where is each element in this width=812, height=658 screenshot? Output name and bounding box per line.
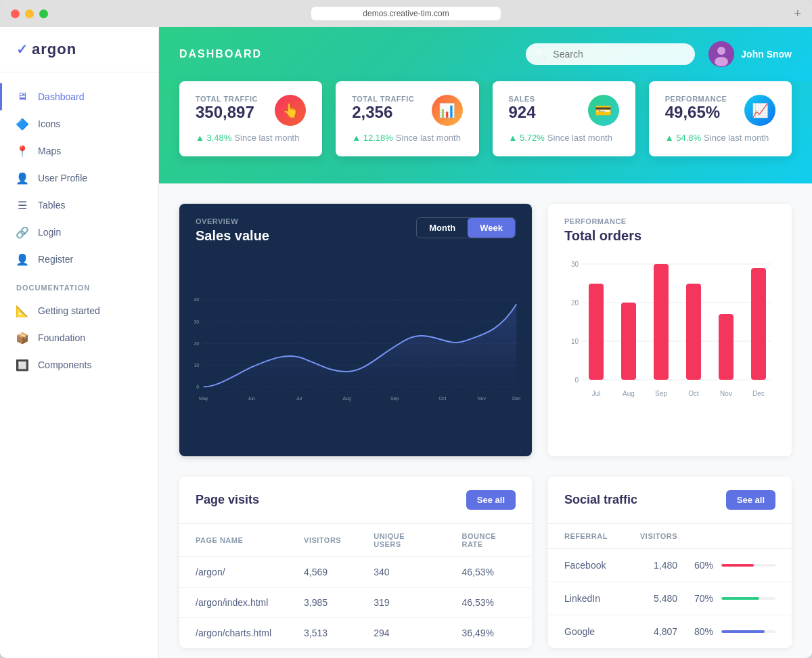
avatar: [708, 41, 734, 67]
tables-icon: ☰: [16, 199, 28, 211]
sidebar-item-user-profile[interactable]: 👤 User Profile: [0, 164, 158, 192]
sidebar-logo: ✓ argon: [0, 27, 158, 72]
maps-icon: 📍: [16, 145, 28, 157]
sidebar-item-maps[interactable]: 📍 Maps: [0, 137, 158, 164]
user-name: John Snow: [741, 49, 792, 60]
stat-header-2: SALES 924 💳: [509, 95, 619, 127]
stat-label-2: SALES: [509, 95, 536, 103]
stat-card-0: TOTAL TRAFFIC 350,897 👆 ▲ 3.48% Since la…: [179, 81, 322, 156]
progress-bar-container-0: [721, 564, 775, 567]
sidebar: ✓ argon 🖥 Dashboard🔷 Icons📍 Maps👤 User P…: [0, 27, 159, 658]
close-dot[interactable]: [11, 9, 20, 18]
svg-rect-29: [589, 284, 604, 380]
sidebar-item-components[interactable]: 🔲 Components: [0, 351, 158, 378]
icons-icon: 🔷: [16, 118, 28, 130]
browser-window: demos.creative-tim.com + ✓ argon 🖥 Dashb…: [0, 0, 812, 658]
svg-point-2: [715, 57, 728, 66]
page-name-2: /argon/charts.html: [179, 618, 288, 649]
stat-change-2: ▲ 5.72% Since last month: [509, 133, 619, 143]
getting-started-icon: 📐: [16, 305, 28, 317]
sidebar-item-register[interactable]: 👤 Register: [0, 246, 158, 273]
search-input[interactable]: [526, 43, 695, 65]
stat-change-0: ▲ 3.48% Since last month: [196, 133, 306, 143]
sales-chart-card: OVERVIEW Sales value Month Week: [179, 204, 532, 456]
svg-text:10: 10: [571, 338, 579, 345]
stat-change-label-3: Since last month: [704, 133, 769, 143]
stat-value-0: 350,897: [196, 103, 258, 122]
social-source-2: Google: [564, 626, 654, 637]
social-pct-0: 60%: [694, 560, 721, 571]
sidebar-item-getting-started[interactable]: 📐 Getting started: [0, 297, 158, 324]
social-traffic-title: Social traffic: [564, 493, 637, 507]
sales-line-chart: 40 30 20 10 0: [186, 257, 525, 447]
minimize-dot[interactable]: [25, 9, 34, 18]
sidebar-item-tables[interactable]: ☰ Tables: [0, 192, 158, 219]
stat-change-label-0: Since last month: [234, 133, 299, 143]
page-visits-card: Page visits See all PAGE NAME VISITORS U…: [179, 477, 532, 648]
doc-section-label: DOCUMENTATION: [0, 273, 158, 297]
browser-body: ✓ argon 🖥 Dashboard🔷 Icons📍 Maps👤 User P…: [0, 27, 812, 658]
header-right: 🔍 John Snow: [526, 41, 792, 67]
maximize-dot[interactable]: [39, 9, 48, 18]
orders-chart-card: PERFORMANCE Total orders 30 20: [548, 204, 792, 456]
sidebar-label-icons: Icons: [38, 118, 60, 129]
svg-text:30: 30: [194, 320, 199, 324]
browser-titlebar: demos.creative-tim.com +: [0, 0, 812, 27]
svg-text:10: 10: [194, 363, 199, 368]
month-toggle-btn[interactable]: Month: [417, 218, 468, 238]
stat-value-3: 49,65%: [665, 103, 727, 122]
svg-text:Dec: Dec: [752, 390, 765, 397]
user-info[interactable]: John Snow: [708, 41, 792, 67]
sales-chart-container: 40 30 20 10 0: [179, 257, 532, 456]
social-traffic-see-all-button[interactable]: See all: [726, 490, 775, 510]
stat-value-2: 924: [509, 103, 536, 122]
main-content: DASHBOARD 🔍 J: [159, 27, 812, 658]
social-table-header: REFERRAL VISITORS: [548, 524, 792, 549]
stat-change-3: ▲ 54.8% Since last month: [665, 133, 775, 143]
social-source-1: LinkedIn: [564, 593, 654, 604]
stat-icon-2: 💳: [588, 95, 619, 126]
stat-label-1: TOTAL TRAFFIC: [352, 95, 414, 103]
unique-0: 340: [357, 557, 445, 588]
sidebar-item-login[interactable]: 🔗 Login: [0, 219, 158, 246]
stat-change-1: ▲ 12.18% Since last month: [352, 133, 462, 143]
page-visits-table: PAGE NAME VISITORS UNIQUE USERS BOUNCE R…: [179, 524, 532, 648]
social-row: LinkedIn 5,480 70%: [548, 582, 792, 615]
stat-value-1: 2,356: [352, 103, 414, 122]
stat-label-3: PERFORMANCE: [665, 95, 727, 103]
svg-text:20: 20: [571, 299, 579, 307]
svg-rect-30: [621, 303, 636, 380]
sidebar-item-foundation[interactable]: 📦 Foundation: [0, 324, 158, 351]
svg-text:40: 40: [194, 297, 199, 302]
stat-card-1: TOTAL TRAFFIC 2,356 📊 ▲ 12.18% Since las…: [336, 81, 478, 156]
sidebar-label-getting-started: Getting started: [38, 305, 100, 316]
col-visitors-social: VISITORS: [640, 532, 687, 540]
logo-text: argon: [32, 41, 76, 58]
week-toggle-btn[interactable]: Week: [468, 218, 515, 238]
col-unique: UNIQUE USERS: [357, 524, 445, 557]
stat-icon-0: 👆: [275, 95, 306, 126]
stat-header-0: TOTAL TRAFFIC 350,897 👆: [196, 95, 306, 127]
register-icon: 👤: [16, 253, 28, 265]
svg-text:Jun: Jun: [248, 396, 255, 401]
stats-grid: TOTAL TRAFFIC 350,897 👆 ▲ 3.48% Since la…: [179, 81, 792, 156]
new-tab-button[interactable]: +: [794, 7, 801, 21]
sidebar-item-icons[interactable]: 🔷 Icons: [0, 110, 158, 137]
svg-rect-31: [654, 264, 669, 380]
svg-text:Oct: Oct: [688, 390, 699, 397]
page-name-1: /argon/index.html: [179, 588, 288, 618]
page-visits-see-all-button[interactable]: See all: [466, 490, 516, 510]
bounce-0: 46,53%: [446, 557, 532, 588]
sidebar-label-user-profile: User Profile: [38, 173, 87, 183]
period-toggle: Month Week: [416, 217, 516, 238]
social-traffic-header: Social traffic See all: [548, 477, 792, 524]
url-bar[interactable]: demos.creative-tim.com: [311, 7, 501, 20]
stats-section: TOTAL TRAFFIC 350,897 👆 ▲ 3.48% Since la…: [159, 81, 812, 183]
sidebar-label-components: Components: [38, 359, 91, 370]
progress-bar-container-1: [721, 597, 775, 600]
sidebar-item-dashboard[interactable]: 🖥 Dashboard: [0, 83, 158, 110]
social-visitors-1: 5,480: [654, 593, 694, 604]
stat-change-pct-1: ▲ 12.18%: [352, 133, 393, 143]
visitors-2: 3,513: [288, 618, 357, 649]
orders-chart-header: PERFORMANCE Total orders: [548, 204, 792, 250]
